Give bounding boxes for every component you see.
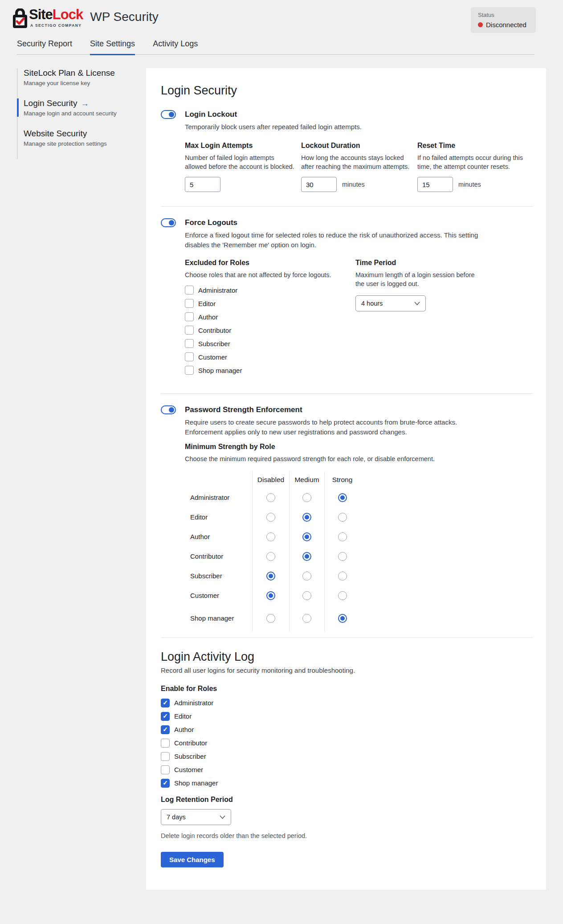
checkbox-row-author[interactable]: Author xyxy=(185,312,355,322)
max-login-attempts-input[interactable] xyxy=(185,177,220,192)
brand-text: SiteLock A SECTIGO COMPANY xyxy=(29,7,83,28)
radio-shop-manager-disabled[interactable] xyxy=(266,614,275,623)
section-password-strength: Password Strength Enforcement Require us… xyxy=(161,405,533,631)
table-row xyxy=(324,527,360,547)
tab-site-settings[interactable]: Site Settings xyxy=(90,39,135,55)
min-strength-description: Choose the minimum required password str… xyxy=(185,454,533,463)
radio-author-medium[interactable] xyxy=(302,532,311,541)
sidebar-item-subtitle: Manage your license key xyxy=(24,80,129,86)
radio-contributor-strong[interactable] xyxy=(338,552,347,561)
checkbox-label: Contributor xyxy=(174,739,207,747)
radio-subscriber-disabled[interactable] xyxy=(266,572,275,581)
divider xyxy=(161,206,533,207)
table-row xyxy=(252,566,289,586)
table-row xyxy=(289,488,324,507)
table-row xyxy=(324,566,360,586)
sidebar-item-login-security[interactable]: Login Security→ Manage login and account… xyxy=(17,98,129,117)
checkbox[interactable] xyxy=(185,312,194,321)
radio-subscriber-medium[interactable] xyxy=(302,572,311,581)
tab-security-report[interactable]: Security Report xyxy=(17,39,72,55)
radio-contributor-medium[interactable] xyxy=(302,552,311,561)
checkbox[interactable] xyxy=(161,752,170,761)
time-period-group: Time Period Maximum length of a login se… xyxy=(355,259,533,379)
checkbox[interactable] xyxy=(161,725,170,734)
checkbox-row-shop-manager[interactable]: Shop manager xyxy=(161,778,533,788)
radio-shop-manager-medium[interactable] xyxy=(302,614,311,623)
strength-table: Disabled Medium Strong Administrator Edi… xyxy=(185,472,533,631)
checkbox-row-subscriber[interactable]: Subscriber xyxy=(161,752,533,761)
password-strength-toggle[interactable] xyxy=(161,405,176,414)
table-row xyxy=(289,566,324,586)
checkbox-label: Author xyxy=(198,313,218,321)
role-label: Editor xyxy=(185,507,252,527)
time-period-select[interactable]: 4 hours xyxy=(355,295,426,311)
unit-label: minutes xyxy=(458,181,481,188)
checkbox-row-contributor[interactable]: Contributor xyxy=(161,738,533,748)
checkbox-row-administrator[interactable]: Administrator xyxy=(161,698,533,707)
radio-subscriber-strong[interactable] xyxy=(338,572,347,581)
chevron-down-icon xyxy=(414,302,420,305)
checkbox[interactable] xyxy=(185,352,194,361)
checkbox-row-editor[interactable]: Editor xyxy=(161,711,533,721)
radio-shop-manager-strong[interactable] xyxy=(338,614,347,623)
radio-author-strong[interactable] xyxy=(338,532,347,541)
checkbox-row-author[interactable]: Author xyxy=(161,725,533,734)
radio-administrator-strong[interactable] xyxy=(338,493,347,502)
checkbox-row-shop-manager[interactable]: Shop manager xyxy=(185,366,355,375)
force-logouts-toggle[interactable] xyxy=(161,218,176,227)
checkbox-row-administrator[interactable]: Administrator xyxy=(185,286,355,295)
activity-log-title: Login Activity Log xyxy=(161,650,533,664)
role-label: Customer xyxy=(185,586,252,605)
checkbox[interactable] xyxy=(161,779,170,788)
checkbox-row-editor[interactable]: Editor xyxy=(185,299,355,308)
divider xyxy=(161,638,533,638)
checkbox[interactable] xyxy=(185,299,194,308)
table-row xyxy=(324,507,360,527)
sidebar-item-plan-license[interactable]: SiteLock Plan & License Manage your lice… xyxy=(18,68,129,86)
checkbox-row-customer[interactable]: Customer xyxy=(185,352,355,362)
lockout-duration-input[interactable] xyxy=(301,177,337,192)
role-label: Subscriber xyxy=(185,566,252,586)
checkbox-row-customer[interactable]: Customer xyxy=(161,765,533,774)
table-row xyxy=(252,507,289,527)
radio-administrator-disabled[interactable] xyxy=(266,493,275,502)
time-period-description: Maximum length of a login session before… xyxy=(355,270,482,289)
sidebar-item-website-security[interactable]: Website Security Manage site protection … xyxy=(18,129,129,147)
radio-editor-strong[interactable] xyxy=(338,513,347,522)
checkbox-row-subscriber[interactable]: Subscriber xyxy=(185,339,355,348)
checkbox-row-contributor[interactable]: Contributor xyxy=(185,326,355,335)
checkbox[interactable] xyxy=(161,699,170,707)
reset-time-input[interactable] xyxy=(417,177,453,192)
radio-contributor-disabled[interactable] xyxy=(266,552,275,561)
radio-customer-strong[interactable] xyxy=(338,591,347,600)
lockout-fields: Max Login Attempts Number of failed logi… xyxy=(185,142,533,192)
log-retention-select[interactable]: 7 days xyxy=(161,809,231,825)
checkbox[interactable] xyxy=(161,765,170,774)
login-lockout-toggle[interactable] xyxy=(161,110,176,119)
chevron-down-icon xyxy=(220,815,225,819)
checkbox[interactable] xyxy=(185,366,194,375)
checkbox[interactable] xyxy=(185,326,194,335)
radio-customer-disabled[interactable] xyxy=(266,591,275,600)
checkbox[interactable] xyxy=(161,739,170,748)
checkbox-label: Editor xyxy=(198,300,216,307)
status-dot-icon xyxy=(478,22,483,27)
radio-editor-disabled[interactable] xyxy=(266,513,275,522)
excluded-roles-label: Excluded for Roles xyxy=(185,259,355,267)
checkbox[interactable] xyxy=(185,286,194,294)
checkbox[interactable] xyxy=(161,712,170,721)
checkbox-label: Editor xyxy=(174,712,192,720)
checkbox[interactable] xyxy=(185,339,194,348)
activity-log-description: Record all user logins for security moni… xyxy=(161,666,533,674)
radio-editor-medium[interactable] xyxy=(302,513,311,522)
radio-author-disabled[interactable] xyxy=(266,532,275,541)
radio-customer-medium[interactable] xyxy=(302,591,311,600)
section-login-lockout: Login Lockout Temporarily block users af… xyxy=(161,110,533,192)
checkbox-label: Author xyxy=(174,726,194,733)
enable-roles-list: Administrator Editor Author Contributor … xyxy=(161,698,533,788)
tab-activity-logs[interactable]: Activity Logs xyxy=(153,39,198,55)
role-label: Administrator xyxy=(185,488,252,507)
role-label: Shop manager xyxy=(185,605,252,631)
save-changes-button[interactable]: Save Changes xyxy=(161,852,224,867)
radio-administrator-medium[interactable] xyxy=(302,493,311,502)
